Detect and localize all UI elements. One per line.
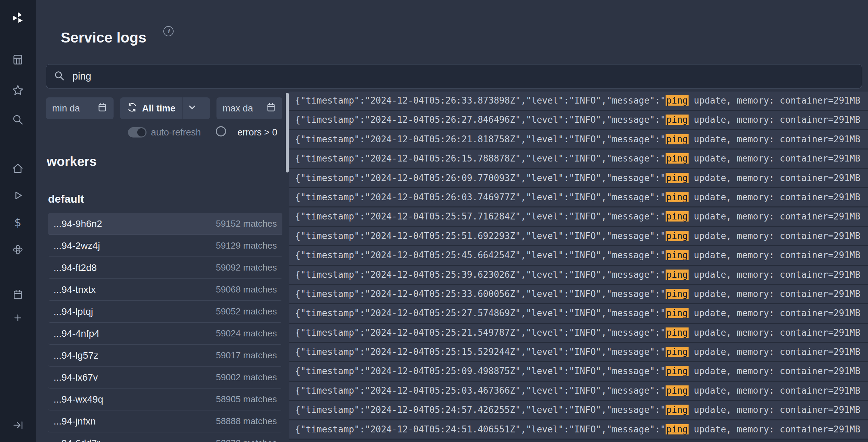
log-line: {"timestamp":"2024-12-04T05:24:57.426255…	[289, 401, 868, 420]
expand-arrow-icon[interactable]	[11, 418, 25, 432]
log-text: update, memory: container=291MB	[689, 192, 860, 202]
sidebar: $	[0, 0, 36, 442]
log-line: {"timestamp":"2024-12-04T05:25:03.467366…	[289, 382, 868, 401]
search-icon[interactable]	[11, 113, 25, 127]
max-date-input[interactable]: max da	[216, 97, 282, 119]
log-text: {"timestamp":"2024-12-04T05:26:21.818758…	[295, 134, 666, 144]
calendar-icon[interactable]	[97, 102, 107, 115]
log-text: {"timestamp":"2024-12-04T05:25:57.716284…	[295, 211, 666, 222]
calendar-icon[interactable]	[266, 102, 276, 115]
worker-match-count: 59024 matches	[216, 328, 277, 339]
time-range-dropdown-button[interactable]	[183, 97, 201, 119]
apps-grid-icon[interactable]	[11, 53, 25, 67]
auto-refresh-label: auto-refresh	[151, 127, 201, 138]
worker-row[interactable]: ...94-wx49q 58905 matches	[48, 389, 282, 410]
auto-refresh-toggle[interactable]	[128, 127, 146, 138]
log-text: {"timestamp":"2024-12-04T05:25:27.574869…	[295, 308, 666, 318]
log-line: {"timestamp":"2024-12-04T05:26:15.788878…	[289, 150, 868, 169]
log-text: update, memory: container=291MB	[689, 173, 860, 183]
add-plus-icon[interactable]	[11, 311, 25, 325]
log-line: {"timestamp":"2024-12-04T05:25:57.716284…	[289, 207, 868, 227]
variables-dollar-icon[interactable]: $	[11, 216, 25, 229]
log-line: {"timestamp":"2024-12-04T05:25:45.664254…	[289, 246, 868, 265]
search-match-highlight: ping	[666, 192, 689, 202]
log-text: {"timestamp":"2024-12-04T05:26:15.788878…	[295, 153, 666, 164]
log-text: {"timestamp":"2024-12-04T05:25:51.692293…	[295, 231, 666, 241]
search-match-highlight: ping	[666, 115, 689, 125]
worker-row[interactable]: ...94-tnxtx 59068 matches	[48, 279, 282, 301]
worker-match-count: 58878 matches	[216, 438, 277, 442]
search-input[interactable]	[72, 70, 854, 82]
service-logs-page: $ Service logs i	[0, 0, 868, 442]
runs-play-icon[interactable]	[11, 189, 25, 202]
log-text: update, memory: container=291MB	[689, 327, 860, 338]
log-text: update, memory: container=291MB	[689, 308, 860, 318]
search-icon	[54, 70, 65, 83]
log-text: {"timestamp":"2024-12-04T05:25:15.529244…	[295, 347, 666, 357]
worker-row[interactable]: ...94-lptqj 59052 matches	[48, 301, 282, 323]
log-line: {"timestamp":"2024-12-04T05:26:21.818758…	[289, 130, 868, 150]
search-match-highlight: ping	[666, 327, 689, 338]
home-icon[interactable]	[11, 162, 25, 175]
worker-row[interactable]: ...94-ft2d8 59092 matches	[48, 257, 282, 279]
info-icon[interactable]: i	[163, 26, 174, 36]
log-text: update, memory: container=291MB	[689, 250, 860, 260]
worker-match-count: 58888 matches	[216, 416, 277, 427]
log-line: {"timestamp":"2024-12-04T05:26:33.873898…	[289, 92, 868, 111]
log-scrollbar-thumb[interactable]	[286, 93, 289, 172]
worker-row[interactable]: ...94-9h6n2 59152 matches	[48, 213, 282, 235]
worker-group-name: default	[48, 193, 84, 205]
min-date-placeholder: min da	[52, 103, 80, 114]
log-line: {"timestamp":"2024-12-04T05:25:51.692293…	[289, 227, 868, 246]
worker-id: ...94-6dd7r	[54, 438, 100, 442]
windmill-logo[interactable]	[11, 11, 25, 25]
worker-match-count: 59017 matches	[216, 350, 277, 361]
time-range-button[interactable]: All time	[120, 97, 183, 119]
log-text: {"timestamp":"2024-12-04T05:25:45.664254…	[295, 250, 666, 260]
worker-row[interactable]: ...94-jnfxn 58888 matches	[48, 410, 282, 432]
log-text: update, memory: container=291MB	[689, 289, 860, 299]
log-text: update, memory: container=291MB	[689, 385, 860, 396]
worker-match-count: 59002 matches	[216, 372, 277, 383]
log-line: {"timestamp":"2024-12-04T05:25:33.600056…	[289, 285, 868, 304]
log-text: update, memory: container=291MB	[689, 347, 860, 357]
star-icon[interactable]	[11, 83, 25, 97]
log-text: update, memory: container=291MB	[689, 95, 860, 106]
search-match-highlight: ping	[666, 153, 689, 164]
log-text: {"timestamp":"2024-12-04T05:26:09.770093…	[295, 173, 666, 183]
worker-id: ...94-tnxtx	[54, 284, 96, 295]
search-match-highlight: ping	[666, 366, 689, 376]
time-range-control: All time	[120, 97, 210, 119]
worker-id: ...94-wx49q	[54, 394, 103, 405]
log-line: {"timestamp":"2024-12-04T05:26:09.770093…	[289, 169, 868, 188]
worker-id: ...94-ft2d8	[54, 262, 97, 273]
log-text: update, memory: container=291MB	[689, 405, 860, 415]
worker-row[interactable]: ...94-2wz4j 59129 matches	[48, 235, 282, 257]
search-match-highlight: ping	[666, 347, 689, 357]
search-match-highlight: ping	[666, 385, 689, 396]
worker-row[interactable]: ...94-lg57z 59017 matches	[48, 345, 282, 367]
worker-row[interactable]: ...94-6dd7r 58878 matches	[48, 432, 282, 442]
log-text: {"timestamp":"2024-12-04T05:25:21.549787…	[295, 327, 666, 338]
worker-row[interactable]: ...94-4nfp4 59024 matches	[48, 323, 282, 345]
min-date-input[interactable]: min da	[46, 97, 114, 119]
worker-id: ...94-9h6n2	[54, 218, 102, 229]
resources-flower-icon[interactable]	[11, 243, 25, 256]
log-text: {"timestamp":"2024-12-04T05:26:27.846496…	[295, 115, 666, 125]
errors-toggle[interactable]	[216, 126, 226, 136]
worker-match-count: 59129 matches	[216, 240, 277, 251]
log-text: update, memory: container=291MB	[689, 115, 860, 125]
time-range-label: All time	[142, 103, 176, 114]
worker-row[interactable]: ...94-lx67v 59002 matches	[48, 367, 282, 389]
worker-match-count: 59152 matches	[216, 218, 277, 229]
log-search-bar	[46, 64, 862, 88]
log-text: {"timestamp":"2024-12-04T05:25:09.498875…	[295, 366, 666, 376]
log-text: {"timestamp":"2024-12-04T05:25:33.600056…	[295, 289, 666, 299]
log-text: update, memory: container=291MB	[689, 424, 860, 434]
log-text: update, memory: container=291MB	[689, 366, 860, 376]
schedules-calendar-icon[interactable]	[11, 288, 25, 301]
max-date-placeholder: max da	[223, 103, 253, 114]
worker-id: ...94-lx67v	[54, 372, 98, 383]
log-text: {"timestamp":"2024-12-04T05:24:51.406551…	[295, 424, 666, 434]
search-match-highlight: ping	[666, 289, 689, 299]
